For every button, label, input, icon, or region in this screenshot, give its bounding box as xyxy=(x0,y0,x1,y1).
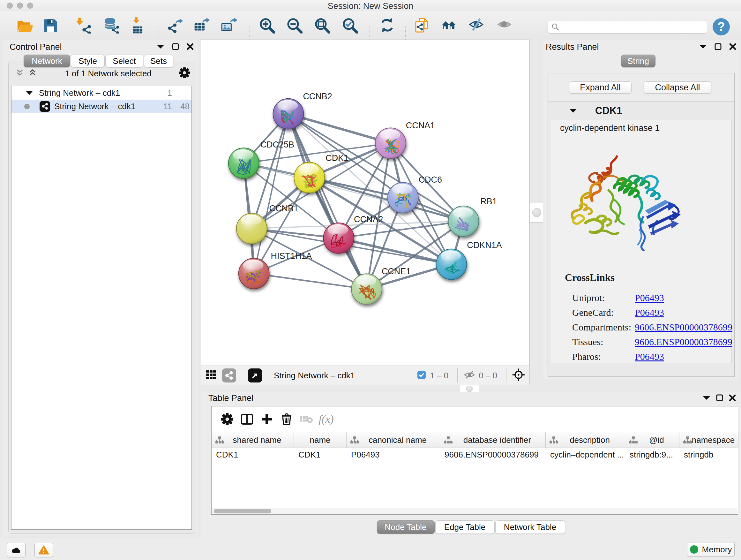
results-panel-close-icon[interactable] xyxy=(729,43,737,52)
zoom-selected-button[interactable] xyxy=(340,15,360,35)
warnings-button[interactable] xyxy=(35,543,53,557)
network-node-CCNE1[interactable]: CCNE1 xyxy=(351,266,411,305)
tab-select[interactable]: Select xyxy=(105,55,143,67)
collapse-all-icon[interactable] xyxy=(15,69,24,78)
network-tree-row[interactable]: String Network – cdk1 11 48 xyxy=(11,100,192,113)
open-in-new-window-button[interactable] xyxy=(248,368,262,382)
crosslink-link[interactable]: P06493 xyxy=(635,293,664,303)
import-table-from-file-button[interactable] xyxy=(128,15,147,35)
help-button[interactable]: ? xyxy=(713,18,730,36)
hidden-eye-slash-icon[interactable] xyxy=(463,370,475,381)
network-view-toolbar: String Network – cdk1 1 – 0 0 – 0 xyxy=(201,366,530,385)
column-header-canonicalname[interactable]: canonical name xyxy=(347,432,440,448)
crosslink-link[interactable]: P06493 xyxy=(635,351,664,362)
import-network-from-file-icon xyxy=(75,17,91,34)
network-tree: String Network – cdk1 1 String Network –… xyxy=(11,86,192,530)
refresh-network-button[interactable] xyxy=(377,15,397,35)
open-session-button[interactable] xyxy=(14,15,34,35)
tree-expander-icon[interactable] xyxy=(25,90,33,96)
network-node-HIST1H1A[interactable]: HIST1H1A xyxy=(239,251,312,289)
collapse-all-button[interactable]: Collapse All xyxy=(644,81,711,94)
node-label: CDK1 xyxy=(326,153,348,163)
table-panel-menu-caret-icon[interactable] xyxy=(702,395,711,402)
network-node-RB1[interactable]: RB1 xyxy=(448,197,497,237)
export-network-button[interactable] xyxy=(165,15,185,35)
network-options-gear-icon[interactable] xyxy=(179,67,190,79)
network-view-canvas[interactable]: CCNB2 CCNA1 CDC25B CDK1 CDC6 RB1 xyxy=(201,40,530,366)
network-share-button[interactable] xyxy=(222,368,236,382)
show-all-button[interactable] xyxy=(495,15,515,35)
crosslink-link[interactable]: 9606.ENSP00000378699 xyxy=(635,336,732,348)
table-horizontal-scrollbar[interactable] xyxy=(212,508,738,514)
control-panel-menu-caret-icon[interactable] xyxy=(156,44,165,51)
tab-string[interactable]: String xyxy=(621,55,656,67)
hide-selected-button[interactable] xyxy=(467,15,487,35)
expand-all-icon[interactable] xyxy=(28,69,37,78)
column-header-description[interactable]: description xyxy=(546,432,625,448)
column-header-sharedname[interactable]: shared name xyxy=(212,432,294,448)
control-panel-float-icon[interactable] xyxy=(172,43,179,52)
cloud-icon xyxy=(11,546,22,554)
network-tree-row[interactable]: String Network – cdk1 1 xyxy=(11,86,192,100)
table-columns-button[interactable] xyxy=(237,410,257,428)
save-session-button[interactable] xyxy=(40,15,60,35)
node-label: CCNB2 xyxy=(303,91,332,101)
zoom-fit-icon xyxy=(314,17,330,34)
column-header-namespace[interactable]: namespace xyxy=(679,432,738,448)
table-add-button[interactable] xyxy=(257,410,277,428)
tab-network[interactable]: Network xyxy=(23,55,70,67)
import-network-from-database-button[interactable] xyxy=(101,15,121,35)
first-neighbors-button[interactable] xyxy=(440,15,460,35)
selected-checkbox-icon[interactable] xyxy=(416,370,427,381)
cloud-button[interactable] xyxy=(7,543,25,557)
network-node-CDC6[interactable]: CDC6 xyxy=(388,175,442,213)
vertical-splitter[interactable] xyxy=(530,203,544,223)
divider xyxy=(268,368,268,382)
tab-sets[interactable]: Sets xyxy=(144,55,173,67)
zoom-fit-button[interactable] xyxy=(312,15,332,35)
horizontal-splitter[interactable] xyxy=(460,385,479,393)
results-entry-header[interactable]: CDK1 xyxy=(548,102,734,120)
table-delete-button[interactable] xyxy=(277,410,296,428)
table-row[interactable]: CDK1CDK1P064939606.ENSP00000378699cyclin… xyxy=(212,448,738,461)
table-panel-float-icon[interactable] xyxy=(716,394,724,403)
tab-network-table[interactable]: Network Table xyxy=(495,520,565,534)
column-header-id[interactable]: @id xyxy=(625,432,679,448)
open-session-icon xyxy=(16,17,32,34)
zoom-out-button[interactable] xyxy=(284,15,304,35)
scrollbar-thumb[interactable] xyxy=(214,509,271,513)
tab-node-table[interactable]: Node Table xyxy=(377,520,434,534)
import-network-from-file-button[interactable] xyxy=(73,15,93,35)
crosslink-link[interactable]: 9606.ENSP00000378699 xyxy=(635,322,732,333)
network-node-CDKN1A[interactable]: CDKN1A xyxy=(436,240,502,280)
table-panel-title: Table Panel xyxy=(208,393,253,403)
fit-content-crosshair-icon[interactable] xyxy=(512,368,525,382)
network-node-CCNA1[interactable]: CCNA1 xyxy=(375,121,435,159)
results-entry-section: CDK1 cyclin-dependent kinase 1 xyxy=(548,102,735,377)
results-panel-menu-caret-icon[interactable] xyxy=(699,44,707,51)
tree-network-collection-label: String Network – cdk1 xyxy=(39,88,120,98)
table-settings-button[interactable] xyxy=(217,410,237,428)
titlebar: Session: New Session xyxy=(0,0,741,11)
zoom-in-button[interactable] xyxy=(257,15,277,35)
memory-button[interactable]: Memory xyxy=(687,542,735,557)
column-header-databaseidentifier[interactable]: database identifier xyxy=(440,432,546,448)
export-table-button[interactable] xyxy=(192,15,212,35)
crosslink-link[interactable]: P06493 xyxy=(635,307,664,318)
table-cell: stringdb:9... xyxy=(625,448,679,461)
delete-table-button[interactable] xyxy=(296,410,316,428)
protein-ribbon-svg xyxy=(566,152,683,251)
copy-network-button[interactable] xyxy=(413,15,432,35)
column-header-name[interactable]: name xyxy=(294,432,347,448)
search-input[interactable] xyxy=(559,21,707,32)
tab-style[interactable]: Style xyxy=(71,55,105,67)
results-panel-float-icon[interactable] xyxy=(714,43,722,52)
collapse-entry-icon[interactable] xyxy=(569,108,577,114)
table-panel-close-icon[interactable] xyxy=(729,394,736,403)
birdseye-grid-icon[interactable] xyxy=(205,369,217,382)
expand-all-button[interactable]: Expand All xyxy=(569,81,631,94)
control-panel-close-icon[interactable] xyxy=(186,43,194,52)
function-builder-button[interactable]: f(x) xyxy=(316,410,336,428)
export-image-button[interactable] xyxy=(219,15,239,35)
tab-edge-table[interactable]: Edge Table xyxy=(435,520,495,534)
